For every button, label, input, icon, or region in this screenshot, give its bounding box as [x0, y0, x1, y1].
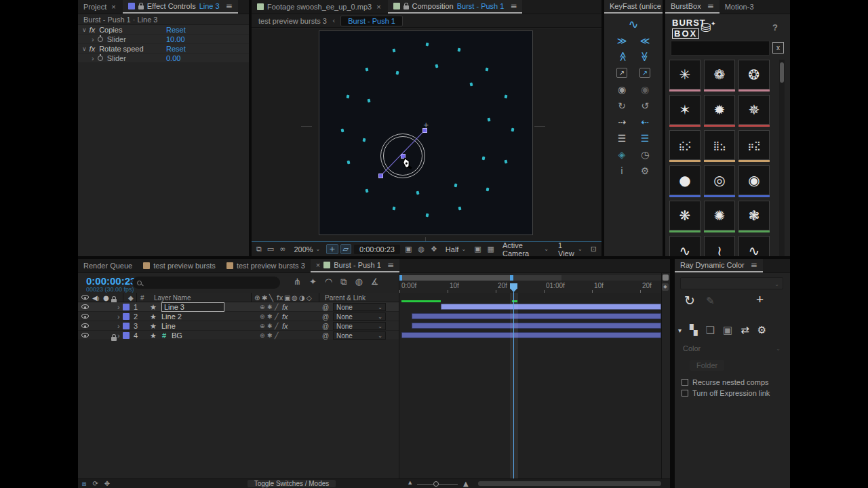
- layer-color-swatch[interactable]: [123, 332, 130, 339]
- twirl-right-icon[interactable]: ›: [92, 35, 94, 43]
- burst-solid-circle[interactable]: ●: [669, 165, 701, 195]
- panel-menu-icon[interactable]: ≡: [387, 260, 394, 270]
- arrow-dashed-right-icon[interactable]: ⇢: [614, 116, 630, 127]
- work-area-bar[interactable]: [402, 275, 510, 281]
- parent-link-select[interactable]: None⌄: [333, 312, 386, 321]
- magnification-select[interactable]: 200%⌄: [290, 245, 323, 253]
- tab-effect-controls[interactable]: Effect Controls Line 3 ≡: [123, 0, 238, 14]
- switch-column-icon[interactable]: ◑: [299, 294, 305, 302]
- layer-duration-bar[interactable]: [441, 304, 661, 310]
- arrow-dashed-left-icon[interactable]: ⇠: [637, 116, 653, 127]
- gear-icon[interactable]: ⚙: [757, 324, 766, 336]
- timeline-tab-render-queue[interactable]: Render Queue: [78, 259, 138, 272]
- switch-column-icon[interactable]: ◍: [292, 294, 298, 302]
- layer-visibility-eye-icon[interactable]: [81, 323, 89, 328]
- number-column[interactable]: #: [140, 294, 144, 302]
- half-diamond-icon[interactable]: ◈: [614, 148, 630, 160]
- shy-layers-icon[interactable]: ◠: [325, 277, 332, 287]
- switch-column-icon[interactable]: ✱: [262, 294, 267, 302]
- swatch-x-icon[interactable]: ▚: [690, 324, 698, 336]
- tab-ray-dynamic-color[interactable]: Ray Dynamic Color ≡: [675, 259, 763, 272]
- current-timecode[interactable]: 0:00:00:23: [86, 275, 136, 287]
- horizontal-scrollbar[interactable]: [478, 481, 661, 486]
- burst-squiggle-2[interactable]: ≀: [704, 236, 735, 256]
- layer-duration-bar[interactable]: [412, 323, 661, 329]
- track-area[interactable]: [399, 293, 661, 479]
- burst-broken-rays[interactable]: ✵: [738, 95, 770, 125]
- parent-pickwhip-icon[interactable]: @: [322, 323, 329, 330]
- slider-value[interactable]: 0.00: [166, 54, 180, 62]
- burst-sparse-dashes[interactable]: ✶: [669, 95, 701, 125]
- burst-dotted-ring[interactable]: ❁: [704, 60, 735, 89]
- label-column-icon[interactable]: ◆: [128, 294, 134, 302]
- burst-particle-cloud-1[interactable]: ⣮⡪: [669, 130, 701, 160]
- layer-fx-badge[interactable]: fx: [282, 312, 288, 321]
- checkbox-icon[interactable]: [682, 390, 688, 396]
- show-snapshot-icon[interactable]: ◍: [416, 245, 427, 253]
- layer-switch-icon[interactable]: ✱: [267, 313, 273, 320]
- parent-pickwhip-icon[interactable]: @: [322, 313, 329, 321]
- layer-switch-icon[interactable]: ✱: [267, 332, 273, 339]
- rewind-icon[interactable]: ≪: [637, 35, 653, 46]
- layer-expander-icon[interactable]: ›: [117, 331, 120, 340]
- graph-editor-icon[interactable]: ∡: [371, 277, 379, 287]
- twirl-right-icon[interactable]: ›: [92, 54, 94, 62]
- layer-color-swatch[interactable]: [123, 323, 130, 329]
- timeline-tab-test-preview-bursts-3[interactable]: test preview bursts 3: [221, 259, 311, 272]
- fast-forward-icon[interactable]: ≫: [614, 35, 630, 46]
- camera-select[interactable]: Active Camera⌄: [499, 241, 552, 257]
- composition-canvas[interactable]: +: [319, 30, 533, 235]
- expand-caret-icon[interactable]: ▾: [678, 327, 682, 334]
- nav-parent-comp[interactable]: test preview bursts 3: [258, 17, 327, 25]
- twirl-down-icon[interactable]: ∨: [82, 45, 87, 52]
- burst-dash-ring[interactable]: ❋: [669, 201, 701, 230]
- path-vertex-handle[interactable]: [378, 174, 383, 178]
- frame-icon[interactable]: ▣: [723, 324, 732, 336]
- align-bars-left-icon[interactable]: ☰: [614, 132, 630, 144]
- pixel-aspect-icon[interactable]: ⊡: [589, 245, 599, 253]
- primary-viewer-icon[interactable]: ▭: [265, 245, 276, 253]
- layer-name[interactable]: Line 3: [161, 302, 224, 312]
- layer-fx-badge[interactable]: fx: [282, 303, 288, 311]
- composition-network-icon[interactable]: ⋔: [294, 277, 301, 287]
- edit-pencil-icon[interactable]: ✎: [706, 295, 715, 307]
- switch-column-icon[interactable]: fx: [277, 294, 283, 302]
- layer-name[interactable]: BG: [172, 331, 182, 340]
- nav-current-comp[interactable]: Burst - Push 1: [340, 16, 403, 26]
- close-icon[interactable]: ×: [375, 3, 382, 11]
- switch-column-icon[interactable]: ⊕: [254, 294, 260, 302]
- toggle-switches-modes-button[interactable]: Toggle Switches / Modes: [248, 480, 336, 487]
- tab-keyfast[interactable]: KeyFast (unlice: [604, 0, 663, 14]
- ease-curve-icon[interactable]: ∿: [614, 18, 652, 30]
- burst-search-input[interactable]: [671, 41, 770, 56]
- zoom-in-mountain-icon[interactable]: ▲: [463, 480, 469, 487]
- layer-switch-icon[interactable]: ✱: [267, 323, 273, 329]
- swap-arrows-icon[interactable]: ⇄: [741, 324, 749, 336]
- collapse-transform-icon[interactable]: #: [162, 331, 166, 340]
- comp-marker-bin-icon[interactable]: ◆: [662, 283, 669, 291]
- add-palette-button[interactable]: +: [756, 292, 764, 307]
- panel-menu-icon[interactable]: ≡: [707, 1, 714, 11]
- frame-blend-footer-icon[interactable]: ⧈: [82, 480, 86, 488]
- apply-box-icon[interactable]: ↗: [639, 68, 650, 78]
- stopwatch-icon[interactable]: [98, 37, 103, 42]
- view-layout-select[interactable]: 1 View⌄: [555, 241, 586, 257]
- layers-icon[interactable]: ❏: [706, 324, 715, 336]
- layer-name[interactable]: Line: [161, 322, 176, 330]
- switch-column-icon[interactable]: ◇: [307, 294, 312, 302]
- zoom-out-mountain-icon[interactable]: ▲: [408, 480, 412, 485]
- layer-row-line-3[interactable]: ›1★Line 3⊕✱╱fx@None⌄: [78, 302, 399, 312]
- refresh-icon[interactable]: ↻: [684, 293, 695, 308]
- close-icon[interactable]: ×: [316, 261, 320, 269]
- folder-button[interactable]: Folder: [690, 360, 724, 371]
- parent-link-select[interactable]: None⌄: [333, 303, 386, 311]
- draft-3d-icon[interactable]: ✦: [309, 277, 317, 287]
- video-column-icon[interactable]: [81, 295, 89, 300]
- nav-back-icon[interactable]: ‹: [332, 16, 335, 25]
- frame-blending-icon[interactable]: ⧉: [340, 277, 347, 287]
- burst-grid-scrollbar[interactable]: [779, 60, 785, 256]
- layer-switch-icon[interactable]: ╱: [275, 304, 278, 310]
- double-chevron-up-icon[interactable]: ≫: [616, 49, 628, 65]
- panel-menu-icon[interactable]: ≡: [226, 1, 233, 11]
- layer-switch-icon[interactable]: ╱: [275, 313, 278, 320]
